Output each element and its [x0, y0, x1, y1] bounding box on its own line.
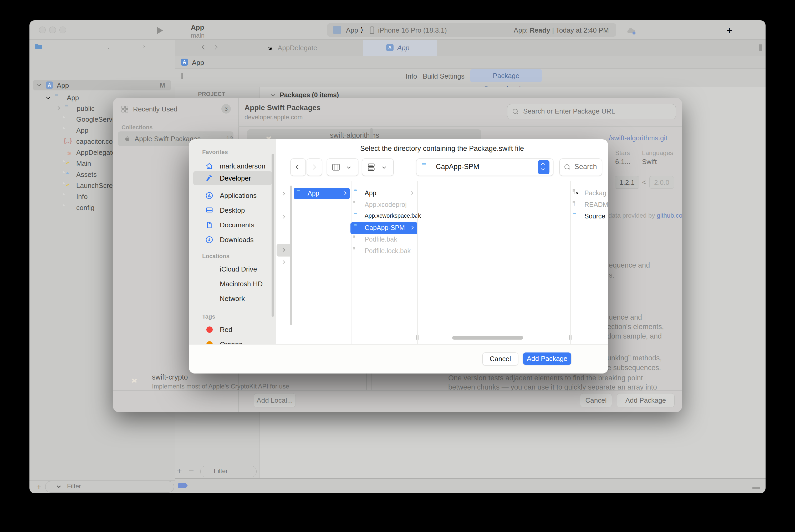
zoom-button[interactable] — [59, 26, 66, 33]
tree-row[interactable]: config — [65, 203, 65, 208]
status-scheme: App — [346, 26, 358, 34]
tree-row[interactable]: GoogleService — [65, 115, 65, 119]
disclosure-icon[interactable] — [37, 82, 41, 86]
navigator-find-icon[interactable] — [88, 43, 95, 50]
project-filter-input[interactable] — [213, 467, 254, 475]
back-button[interactable] — [290, 158, 306, 176]
tree-row[interactable]: App — [65, 126, 65, 131]
bottombar-toggle-icon[interactable] — [752, 483, 760, 490]
dialog-search-input[interactable] — [574, 163, 599, 171]
tree-row[interactable]: LaunchScreen — [65, 181, 65, 186]
row-app-xcodeproj: App.xcodeproj — [352, 199, 417, 211]
package-row[interactable]: swift-crypto Implements most of Apple's … — [113, 373, 366, 390]
row-capapp-spm-selected[interactable]: CapApp-SPM — [351, 222, 418, 234]
version-to-field[interactable]: 2.0.0 — [649, 176, 674, 189]
navigator-filter-input[interactable] — [67, 482, 147, 490]
activity-status-bar[interactable]: App ⟩ iPhone 16 Pro (18.3.1) App: Ready … — [327, 23, 616, 37]
navigator-issues-icon[interactable] — [105, 43, 112, 50]
project-row[interactable]: A App M — [33, 80, 171, 90]
breakpoint-tag-icon[interactable] — [178, 483, 188, 488]
column-resize-handle[interactable] — [416, 336, 417, 340]
breadcrumb[interactable]: App — [192, 59, 204, 67]
sidebar-item-icloud[interactable]: iCloud Drive — [189, 262, 276, 277]
navigator-bookmark-icon[interactable] — [72, 43, 79, 50]
group-button[interactable] — [362, 158, 394, 176]
sheet-add-package-button[interactable]: Add Package — [617, 393, 675, 407]
row-app[interactable]: App — [352, 188, 417, 199]
plus-minus-icon[interactable] — [167, 483, 175, 490]
sidebar-item-network[interactable]: Network — [189, 291, 276, 306]
run-button[interactable] — [157, 27, 163, 34]
package-url-link[interactable]: /swift-algorithms.git — [609, 134, 667, 142]
tab-appdelegate[interactable]: AppDelegate — [278, 44, 317, 52]
row-readme[interactable]: READM — [571, 199, 608, 211]
navigator-tests-icon[interactable] — [122, 43, 129, 50]
view-mode-button[interactable] — [327, 158, 358, 176]
project-add-button[interactable]: + — [177, 466, 182, 476]
sidebar-scrollbar[interactable] — [271, 154, 274, 317]
tree-row[interactable]: Assets — [65, 170, 65, 175]
provider-link[interactable]: github.com — [657, 212, 682, 219]
add-local-button[interactable]: Add Local... — [254, 393, 296, 407]
minimap-toggle-icon[interactable] — [180, 72, 187, 81]
navigator-filter-field[interactable] — [45, 481, 174, 493]
version-from-field[interactable]: 1.2.1 — [614, 176, 639, 189]
sidebar-item-desktop[interactable]: Desktop — [189, 203, 276, 217]
desc-fragment: ection's elements, — [607, 323, 664, 331]
tree-row[interactable]: Main — [65, 159, 65, 164]
column-view-icon — [332, 163, 340, 171]
sidebar-item-documents[interactable]: Documents — [189, 217, 276, 232]
navigator-folder-icon[interactable] — [35, 43, 43, 50]
inspector-toggle-icon[interactable] — [753, 44, 762, 51]
horizontal-scrollbar[interactable] — [452, 336, 523, 340]
tab-app[interactable]: A App — [363, 40, 437, 56]
sidebar-item-applications[interactable]: Applications — [189, 188, 276, 203]
tab-overview-icon[interactable] — [187, 43, 194, 51]
scheme-name[interactable]: App — [191, 23, 204, 32]
sidebar-item-macintosh-hd[interactable]: Macintosh HD — [189, 277, 276, 291]
package-search-input[interactable] — [523, 107, 671, 116]
minimize-button[interactable] — [49, 26, 56, 33]
toggle-navigator-icon[interactable] — [78, 26, 88, 34]
plist-icon — [65, 193, 65, 198]
dialog-add-package-button[interactable]: Add Package — [523, 353, 571, 365]
forward-button[interactable] — [307, 158, 322, 176]
sidebar-item-downloads[interactable]: Downloads — [189, 232, 276, 247]
tree-row[interactable]: Info — [65, 192, 65, 197]
dialog-cancel-button[interactable]: Cancel — [482, 353, 518, 365]
sidebar-item-developer[interactable]: Developer — [193, 171, 272, 185]
clock-icon[interactable] — [158, 483, 165, 490]
status-separator: | — [552, 26, 554, 34]
sidebar-item-tag-red[interactable]: Red — [189, 322, 276, 337]
disclosure-icon — [281, 260, 285, 264]
sidebar-item-recently-used[interactable]: Recently Used — [133, 105, 177, 113]
desktop-icon — [205, 206, 213, 214]
dialog-search-field[interactable] — [560, 158, 602, 176]
row-sources[interactable]: Source — [571, 211, 608, 222]
navigator-source-control-icon[interactable] — [56, 43, 62, 50]
tags-label: Tags — [202, 313, 215, 320]
tab-package-dependencies[interactable]: Package Dependencies — [470, 69, 542, 82]
navigator-debug-icon[interactable] — [139, 43, 146, 50]
navigator-breakpoint-icon[interactable] — [155, 44, 163, 50]
column1-row-app-selected[interactable]: App — [294, 188, 349, 199]
navigator-add-button[interactable]: + — [36, 482, 41, 492]
row-app-xcworkspace-bak[interactable]: App.xcworkspace.bak — [352, 211, 417, 222]
desc-fragment: s. — [609, 271, 614, 280]
project-remove-button[interactable]: − — [189, 466, 194, 476]
row-package-swift[interactable]: Packag — [571, 188, 608, 199]
tab-info[interactable]: Info — [406, 72, 417, 80]
path-dropdown[interactable]: CapApp-SPM — [416, 158, 553, 176]
tab-build-settings[interactable]: Build Settings — [423, 72, 465, 80]
package-search-field[interactable] — [507, 104, 676, 119]
editor-layout-icon[interactable] — [748, 26, 758, 34]
column-scrollbar[interactable] — [290, 186, 292, 325]
navigator-report-icon[interactable] — [165, 43, 172, 50]
project-filter-field[interactable] — [200, 466, 257, 477]
add-editor-plus-icon[interactable]: + — [727, 25, 732, 36]
sheet-cancel-button[interactable]: Cancel — [580, 393, 612, 407]
close-button[interactable] — [39, 26, 46, 33]
version-operator: < — [642, 178, 646, 187]
column-resize-handle[interactable] — [569, 336, 570, 340]
refresh-icon[interactable] — [736, 44, 743, 51]
